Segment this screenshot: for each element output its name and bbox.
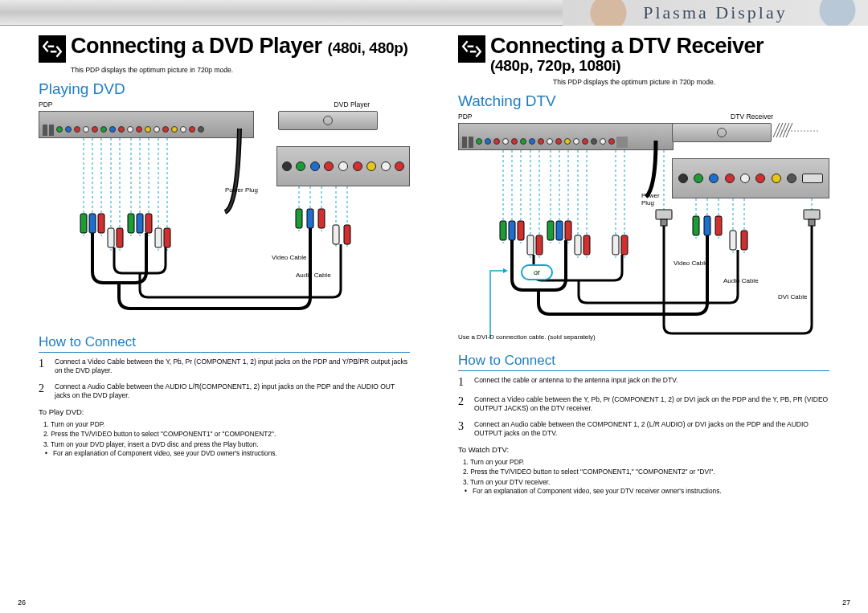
label-power-plug: Power Plug <box>225 186 258 194</box>
play-step: 2. Press the TV/VIDEO button to select "… <box>463 467 829 476</box>
svg-rect-23 <box>575 235 581 255</box>
label-audio-cable: Audio Cable <box>723 277 759 284</box>
play-step: 1. Turn on your PDP. <box>43 419 410 429</box>
svg-rect-35 <box>809 219 815 226</box>
play-step: 3. Turn on your DTV receiver. <box>463 477 829 487</box>
svg-rect-0 <box>80 214 87 233</box>
step-number: 3 <box>458 420 468 439</box>
label-video-cable: Video Cable <box>272 254 306 261</box>
page-left: Connecting a DVD Player (480i, 480p) Thi… <box>0 26 434 613</box>
play-note: For an explanation of Component video, s… <box>39 449 410 457</box>
label-power-plug: Power Plug <box>641 192 660 206</box>
title-resolution: (480i, 480p) <box>328 39 408 56</box>
svg-rect-31 <box>715 216 722 235</box>
play-steps: 1. Turn on your PDP. 2. Press the TV/VID… <box>458 457 829 487</box>
svg-rect-32 <box>730 231 736 250</box>
svg-rect-2 <box>98 214 104 233</box>
page-title: Connecting a DTV Receiver (480p, 720p, 1… <box>490 35 764 75</box>
svg-rect-17 <box>518 221 524 240</box>
svg-rect-30 <box>704 216 710 235</box>
page-title: Connecting a DVD Player (480i, 480p) <box>71 35 408 57</box>
svg-rect-28 <box>661 219 667 226</box>
step-number: 1 <box>39 358 48 376</box>
or-badge: or <box>521 264 553 280</box>
svg-rect-14 <box>344 225 350 244</box>
play-heading: To Watch DTV: <box>458 445 829 454</box>
play-step: 2. Press the TV/VIDEO button to select "… <box>43 429 410 439</box>
svg-rect-34 <box>804 210 820 219</box>
svg-rect-19 <box>536 235 542 255</box>
step-text: Connect an Audio cable between the COMPO… <box>474 420 829 439</box>
svg-rect-26 <box>621 235 628 255</box>
svg-rect-11 <box>307 209 313 228</box>
svg-rect-1 <box>89 214 96 233</box>
label-dvdplayer: DVD Player <box>334 100 370 108</box>
svg-rect-6 <box>137 214 143 233</box>
page-right: Connecting a DTV Receiver (480p, 720p, 1… <box>434 26 868 613</box>
label-video-cable: Video Cable <box>674 260 708 267</box>
play-step: 1. Turn on your PDP. <box>463 457 829 467</box>
title-note: This PDP displays the optimum picture in… <box>71 66 410 74</box>
svg-rect-8 <box>155 228 162 247</box>
wiring-svg <box>39 111 410 328</box>
title-note: This PDP displays the optimum picture in… <box>553 78 829 86</box>
title-main: Connecting a DTV Receiver <box>490 35 764 57</box>
play-note: For an explanation of Component video, s… <box>458 487 829 495</box>
svg-rect-29 <box>693 216 699 235</box>
svg-rect-5 <box>128 214 134 233</box>
step-number: 2 <box>458 395 468 414</box>
svg-rect-9 <box>164 228 170 247</box>
svg-rect-13 <box>333 225 339 244</box>
svg-rect-24 <box>583 235 590 255</box>
dvi-footnote: Use a DVI-D connection cable. (sold sepa… <box>458 333 596 341</box>
step-number: 1 <box>458 376 468 389</box>
label-dvi-cable: DVI Cable <box>778 293 807 300</box>
title-row: Connecting a DVD Player (480i, 480p) <box>39 35 410 63</box>
label-pdp: PDP <box>458 112 472 121</box>
howto-heading: How to Connect <box>39 333 410 353</box>
svg-rect-21 <box>556 221 563 240</box>
title-main: Connecting a DVD Player <box>71 34 322 58</box>
page-number: 27 <box>842 599 850 607</box>
wiring-svg <box>458 123 829 340</box>
svg-rect-16 <box>509 221 515 240</box>
svg-rect-33 <box>741 231 747 250</box>
svg-rect-7 <box>145 214 152 233</box>
diagram-title: Watching DTV <box>458 92 829 110</box>
connect-steps: 1Connect a Video Cable between the Y, Pb… <box>39 358 410 401</box>
step-text: Connect a Audio Cable between the AUDIO … <box>55 382 410 401</box>
step-text: Connect a Video cable between the Y, Pb,… <box>474 395 829 414</box>
title-row: Connecting a DTV Receiver (480p, 720p, 1… <box>458 35 829 75</box>
svg-rect-10 <box>296 209 302 228</box>
howto-heading: How to Connect <box>458 351 829 371</box>
svg-rect-22 <box>565 221 571 240</box>
connect-steps: 1Connect the cable or antenna to the ant… <box>458 376 829 439</box>
page-number: 26 <box>18 599 26 607</box>
svg-rect-12 <box>318 209 325 228</box>
page-spread: Connecting a DVD Player (480i, 480p) Thi… <box>0 26 868 613</box>
step-text: Connect the cable or antenna to the ante… <box>474 376 678 389</box>
plasma-display-badge: Plasma Display <box>563 0 868 26</box>
svg-rect-25 <box>612 235 619 255</box>
play-step: 3. Turn on your DVD player, insert a DVD… <box>43 439 410 449</box>
step-text: Connect a Video Cable between the Y, Pb,… <box>55 358 410 376</box>
wiring-diagram-right: or Power Plug Video Cable Audio Cable DV… <box>458 123 829 340</box>
connect-icon <box>39 35 66 63</box>
svg-rect-15 <box>500 221 506 240</box>
title-resolution: (480p, 720p, 1080i) <box>490 57 764 75</box>
svg-marker-36 <box>503 268 508 273</box>
svg-rect-3 <box>108 228 114 247</box>
diagram-title: Playing DVD <box>39 80 410 98</box>
label-pdp: PDP <box>39 100 52 108</box>
top-banner: Plasma Display <box>0 0 868 26</box>
svg-rect-18 <box>527 235 534 255</box>
svg-rect-20 <box>547 221 554 240</box>
step-number: 2 <box>39 382 48 401</box>
svg-rect-4 <box>117 228 123 247</box>
label-audio-cable: Audio Cable <box>296 272 331 279</box>
label-dtv-receiver: DTV Receiver <box>731 112 773 121</box>
svg-rect-27 <box>656 210 672 219</box>
play-heading: To Play DVD: <box>39 407 410 416</box>
connect-icon <box>458 35 485 63</box>
wiring-diagram-left: Power Plug Video Cable Audio Cable <box>39 111 410 328</box>
